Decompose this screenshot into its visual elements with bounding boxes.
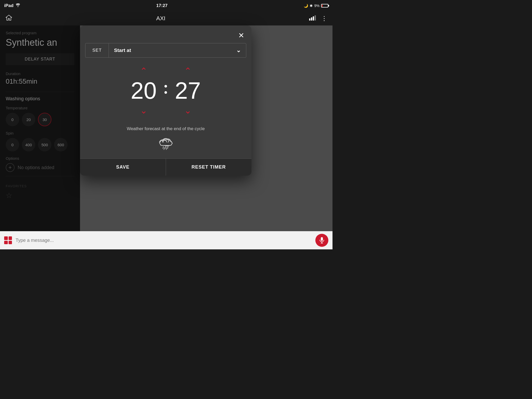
svg-line-11 bbox=[164, 148, 164, 150]
svg-line-10 bbox=[168, 147, 168, 149]
app-header: AXI ⋮ bbox=[0, 11, 332, 25]
app-header-right: ⋮ bbox=[309, 15, 327, 22]
close-modal-button[interactable]: ✕ bbox=[236, 30, 246, 41]
minutes-value: 27 bbox=[170, 79, 206, 102]
weather-icon bbox=[85, 135, 246, 151]
svg-rect-2 bbox=[313, 16, 314, 21]
more-options-icon[interactable]: ⋮ bbox=[321, 15, 327, 22]
status-right: 🌙 ✱ 9% bbox=[304, 4, 328, 8]
svg-line-12 bbox=[166, 148, 167, 150]
grid-icon[interactable] bbox=[4, 236, 12, 244]
svg-line-8 bbox=[163, 147, 163, 149]
tab-row: SET Start at ⌄ bbox=[85, 43, 246, 58]
tab-start-at-button[interactable]: Start at ⌄ bbox=[109, 43, 246, 57]
carrier-label: iPad bbox=[4, 3, 14, 8]
svg-rect-3 bbox=[315, 15, 316, 21]
hours-down-button[interactable]: ⌄ bbox=[139, 105, 148, 116]
minutes-column: ⌃ 27 ⌄ bbox=[170, 65, 206, 116]
svg-line-9 bbox=[165, 147, 166, 149]
svg-rect-1 bbox=[311, 17, 312, 21]
delay-start-modal: ✕ SET Start at ⌄ ⌃ 20 ⌄ ⌃ 27 ⌄ Weather f… bbox=[80, 25, 251, 176]
moon-icon: 🌙 bbox=[304, 4, 308, 8]
colon-dot-bottom bbox=[164, 91, 167, 94]
bluetooth-icon: ✱ bbox=[310, 4, 313, 8]
svg-rect-0 bbox=[309, 18, 310, 21]
hours-up-button[interactable]: ⌃ bbox=[139, 65, 148, 76]
modal-header: ✕ bbox=[80, 25, 251, 43]
status-time: 17:27 bbox=[156, 3, 168, 8]
reset-timer-button[interactable]: RESET TIMER bbox=[166, 159, 252, 176]
weather-label: Weather forecast at the end of the cycle bbox=[85, 126, 246, 131]
signal-bars-icon bbox=[309, 15, 316, 22]
minutes-down-button[interactable]: ⌄ bbox=[183, 105, 192, 116]
wifi-icon bbox=[16, 3, 20, 8]
hours-column: ⌃ 20 ⌄ bbox=[125, 65, 162, 116]
battery-icon bbox=[321, 4, 328, 8]
bottom-bar bbox=[0, 231, 332, 249]
tab-start-at-label: Start at bbox=[114, 48, 131, 53]
hours-value: 20 bbox=[125, 79, 162, 102]
modal-buttons: SAVE RESET TIMER bbox=[80, 158, 251, 176]
home-icon[interactable] bbox=[5, 14, 12, 23]
time-colon-separator bbox=[164, 85, 167, 96]
app-title: AXI bbox=[156, 15, 165, 22]
tab-set-button[interactable]: SET bbox=[85, 43, 109, 57]
colon-dot-top bbox=[164, 85, 167, 88]
microphone-button[interactable] bbox=[315, 234, 328, 247]
minutes-up-button[interactable]: ⌃ bbox=[183, 65, 192, 76]
svg-rect-13 bbox=[321, 237, 323, 241]
message-input[interactable] bbox=[16, 238, 312, 243]
battery-percent: 9% bbox=[314, 4, 320, 8]
save-button[interactable]: SAVE bbox=[80, 159, 166, 176]
status-bar: iPad 17:27 🌙 ✱ 9% bbox=[0, 0, 332, 11]
chevron-down-icon: ⌄ bbox=[236, 47, 241, 54]
time-picker: ⌃ 20 ⌄ ⌃ 27 ⌄ bbox=[80, 65, 251, 124]
status-left: iPad bbox=[4, 3, 20, 8]
weather-section: Weather forecast at the end of the cycle bbox=[80, 124, 251, 158]
